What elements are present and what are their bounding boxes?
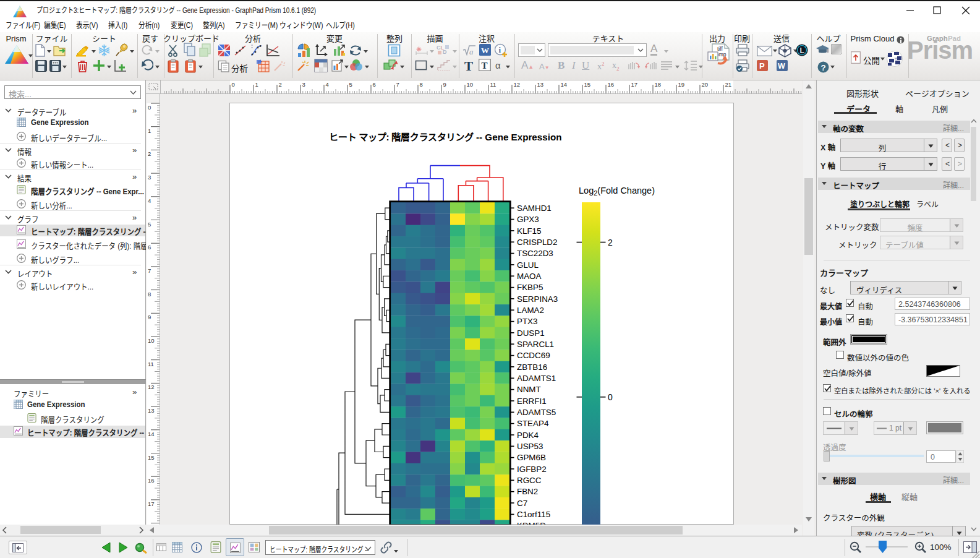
svg-text:21: 21 [725, 81, 732, 88]
svg-text:CRISPLD2: CRISPLD2 [517, 238, 558, 247]
svg-text:PTX3: PTX3 [517, 317, 538, 326]
svg-text:4: 4 [148, 197, 151, 204]
svg-text:STEAP4: STEAP4 [517, 419, 549, 428]
svg-text:2: 2 [279, 81, 282, 88]
svg-text:3: 3 [148, 174, 151, 181]
svg-text:7: 7 [148, 267, 151, 274]
svg-text:6: 6 [373, 81, 376, 88]
svg-text:GPM6B: GPM6B [517, 453, 546, 462]
svg-text:T: T [464, 59, 473, 72]
svg-text:TSC22D3: TSC22D3 [517, 249, 553, 258]
svg-text:20: 20 [702, 81, 709, 88]
svg-text:SPARCL1: SPARCL1 [517, 340, 554, 349]
svg-text:9: 9 [148, 314, 151, 320]
svg-text:15: 15 [584, 81, 591, 88]
svg-text:FBN2: FBN2 [517, 487, 538, 496]
svg-text:11: 11 [490, 81, 496, 88]
svg-text:W: W [778, 62, 785, 71]
svg-text:10: 10 [467, 81, 474, 88]
svg-text:15: 15 [148, 454, 155, 461]
svg-text:SAMHD1: SAMHD1 [517, 204, 552, 213]
svg-text:MC: MC [895, 57, 898, 60]
svg-text:2: 2 [148, 150, 151, 157]
svg-text:CCDC69: CCDC69 [517, 351, 550, 360]
svg-text:W: W [481, 46, 489, 55]
svg-text:3: 3 [302, 81, 305, 88]
svg-text:18: 18 [655, 81, 662, 88]
svg-text:L: L [800, 46, 804, 55]
svg-text:GPX3: GPX3 [517, 215, 539, 224]
svg-text:1: 1 [255, 81, 258, 88]
svg-text:a: a [469, 47, 474, 56]
svg-text:12: 12 [148, 384, 155, 390]
svg-text:GLUL: GLUL [517, 260, 539, 270]
svg-text:ZBTB16: ZBTB16 [517, 363, 547, 372]
svg-text:IGFBP2: IGFBP2 [517, 465, 547, 474]
svg-text:0: 0 [148, 104, 151, 111]
svg-text:DUSP1: DUSP1 [517, 328, 545, 338]
svg-text:SERPINA3: SERPINA3 [517, 294, 558, 304]
svg-text:1: 1 [148, 127, 151, 134]
svg-text:16: 16 [608, 81, 615, 88]
svg-text:8: 8 [420, 81, 423, 88]
svg-text:6: 6 [148, 244, 151, 251]
svg-text:i: i [499, 45, 501, 54]
svg-text:7: 7 [396, 81, 399, 88]
svg-text:11: 11 [148, 361, 154, 367]
svg-text:14: 14 [561, 81, 568, 88]
svg-text:C7: C7 [517, 499, 527, 508]
svg-text:13: 13 [148, 407, 155, 414]
svg-text:MAOA: MAOA [517, 272, 542, 281]
svg-text:10: 10 [148, 337, 155, 344]
svg-text:19: 19 [678, 81, 685, 88]
svg-text:P: P [759, 61, 765, 71]
svg-text:LAMA2: LAMA2 [517, 306, 544, 315]
svg-text:ヒート マップ: 階層クラスタリング -- Gene Ex: ヒート マップ: 階層クラスタリング -- Gene Expression [329, 132, 561, 142]
svg-text:ADAMTS5: ADAMTS5 [517, 408, 556, 417]
svg-text:FKBP5: FKBP5 [517, 283, 543, 292]
svg-text:0: 0 [608, 392, 613, 402]
svg-text:C1orf115: C1orf115 [517, 510, 550, 519]
svg-text:9: 9 [443, 81, 446, 88]
svg-text:8: 8 [148, 291, 151, 298]
svg-text:Log2(Fold Change): Log2(Fold Change) [579, 186, 655, 197]
svg-text:5: 5 [148, 221, 151, 228]
svg-text:PDK4: PDK4 [517, 431, 539, 440]
svg-text:16: 16 [148, 477, 155, 484]
svg-text:T: T [482, 61, 488, 71]
svg-text:0: 0 [232, 81, 235, 88]
svg-text:2: 2 [608, 238, 613, 247]
svg-text:α: α [495, 60, 501, 71]
svg-text:RGCC: RGCC [517, 476, 542, 485]
svg-text:?: ? [821, 63, 826, 72]
svg-text:17: 17 [631, 81, 638, 88]
svg-text:KLF15: KLF15 [517, 226, 541, 236]
svg-text:ADAMTS1: ADAMTS1 [517, 374, 556, 383]
svg-text:ERRFI1: ERRFI1 [517, 397, 547, 406]
svg-text:4: 4 [326, 81, 329, 88]
svg-text:5: 5 [349, 81, 352, 88]
svg-text:12: 12 [514, 81, 521, 88]
svg-text:D: D [443, 49, 447, 55]
svg-text:14: 14 [148, 431, 155, 437]
svg-text:USP53: USP53 [517, 442, 543, 451]
svg-text:13: 13 [537, 81, 544, 88]
svg-text:NNMT: NNMT [517, 385, 541, 394]
svg-text:17: 17 [148, 500, 155, 507]
